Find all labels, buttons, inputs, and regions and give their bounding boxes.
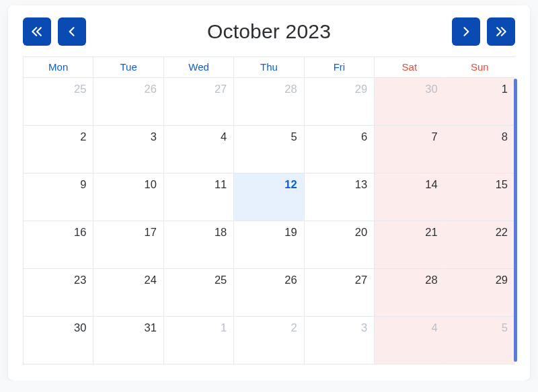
day-cell[interactable]: 20 [305, 221, 375, 269]
day-cell[interactable]: 4 [375, 317, 445, 364]
day-number: 25 [215, 274, 227, 286]
day-cell[interactable]: 11 [164, 173, 234, 221]
day-number: 3 [151, 130, 157, 143]
chevron-right-icon [459, 25, 473, 38]
week-row: 23242526272829 [24, 269, 515, 317]
day-number: 27 [355, 274, 367, 286]
calendar-widget: October 2023 Mon Tue Wed Thu Fri Sat Sun [8, 5, 530, 381]
nav-prev-group [23, 17, 86, 46]
day-cell[interactable]: 4 [164, 126, 234, 173]
day-cell[interactable]: 30 [24, 317, 93, 364]
day-number: 17 [144, 226, 156, 239]
day-number: 23 [74, 274, 86, 286]
day-cell[interactable]: 15 [445, 173, 515, 221]
day-number: 30 [74, 321, 86, 334]
day-cell[interactable]: 12 [234, 173, 304, 221]
chevron-left-icon [65, 25, 79, 38]
day-number: 20 [355, 226, 367, 239]
day-number: 3 [361, 321, 367, 334]
day-cell[interactable]: 31 [93, 317, 163, 364]
week-row: 303112345 [24, 317, 515, 364]
day-cell[interactable]: 13 [305, 173, 375, 221]
day-number: 14 [425, 178, 437, 191]
day-number: 19 [284, 226, 297, 239]
day-cell[interactable]: 18 [164, 221, 234, 269]
day-cell[interactable]: 3 [305, 317, 375, 364]
day-number: 24 [144, 274, 156, 286]
day-number: 7 [431, 130, 437, 143]
day-cell[interactable]: 30 [375, 78, 445, 126]
day-number: 21 [425, 226, 437, 239]
day-cell[interactable]: 29 [445, 269, 515, 317]
day-number: 27 [215, 83, 227, 95]
day-cell[interactable]: 3 [93, 126, 163, 173]
day-number: 5 [502, 321, 508, 334]
day-number: 29 [496, 274, 508, 286]
calendar-grid: Mon Tue Wed Thu Fri Sat Sun 252627282930… [23, 56, 515, 364]
day-cell[interactable]: 1 [164, 317, 234, 364]
day-cell[interactable]: 6 [305, 126, 375, 173]
day-number: 31 [144, 321, 156, 334]
dow-wed: Wed [164, 57, 234, 78]
day-cell[interactable]: 25 [164, 269, 234, 317]
day-cell[interactable]: 17 [93, 221, 163, 269]
day-cell[interactable]: 2 [24, 126, 93, 173]
day-cell[interactable]: 16 [24, 221, 93, 269]
week-row: 2526272829301 [24, 78, 515, 126]
chevron-double-left-icon [30, 25, 44, 38]
day-cell[interactable]: 28 [375, 269, 445, 317]
day-number: 4 [221, 130, 227, 143]
day-cell[interactable]: 29 [305, 78, 375, 126]
calendar-header: October 2023 [23, 17, 515, 46]
dow-thu: Thu [234, 57, 304, 78]
calendar-scrollbar[interactable] [514, 79, 517, 362]
day-cell[interactable]: 7 [375, 126, 445, 173]
dow-tue: Tue [93, 57, 163, 78]
day-cell[interactable]: 28 [234, 78, 304, 126]
chevron-double-right-icon [494, 25, 508, 38]
dow-sun: Sun [445, 57, 515, 78]
day-cell[interactable]: 21 [375, 221, 445, 269]
week-row: 2345678 [24, 126, 515, 173]
day-number: 30 [425, 83, 437, 95]
day-cell[interactable]: 22 [445, 221, 515, 269]
day-cell[interactable]: 26 [93, 78, 163, 126]
day-number: 26 [284, 274, 297, 286]
day-number: 4 [431, 321, 437, 334]
day-number: 6 [361, 130, 367, 143]
day-cell[interactable]: 5 [234, 126, 304, 173]
day-cell[interactable]: 25 [24, 78, 93, 126]
day-cell[interactable]: 19 [234, 221, 304, 269]
month-year-title: October 2023 [207, 20, 331, 43]
weeks-container: 2526272829301234567891011121314151617181… [24, 78, 515, 364]
day-number: 25 [74, 83, 86, 95]
day-of-week-row: Mon Tue Wed Thu Fri Sat Sun [24, 57, 515, 78]
day-cell[interactable]: 8 [445, 126, 515, 173]
next-year-button[interactable] [487, 17, 515, 46]
dow-sat: Sat [375, 57, 445, 78]
day-number: 22 [496, 226, 508, 239]
day-number: 26 [144, 83, 156, 95]
day-cell[interactable]: 14 [375, 173, 445, 221]
day-number: 10 [144, 178, 156, 191]
day-number: 29 [355, 83, 367, 95]
day-cell[interactable]: 9 [24, 173, 93, 221]
prev-year-button[interactable] [23, 17, 51, 46]
day-number: 28 [284, 83, 297, 95]
day-cell[interactable]: 26 [234, 269, 304, 317]
day-cell[interactable]: 23 [24, 269, 93, 317]
day-number: 2 [291, 321, 297, 334]
day-cell[interactable]: 1 [445, 78, 515, 126]
day-cell[interactable]: 27 [305, 269, 375, 317]
day-number: 28 [425, 274, 437, 286]
day-cell[interactable]: 5 [445, 317, 515, 364]
day-number: 12 [284, 178, 297, 191]
week-row: 16171819202122 [24, 221, 515, 269]
prev-month-button[interactable] [58, 17, 86, 46]
nav-next-group [452, 17, 515, 46]
day-cell[interactable]: 24 [93, 269, 163, 317]
day-cell[interactable]: 2 [234, 317, 304, 364]
day-cell[interactable]: 27 [164, 78, 234, 126]
day-cell[interactable]: 10 [93, 173, 163, 221]
next-month-button[interactable] [452, 17, 480, 46]
